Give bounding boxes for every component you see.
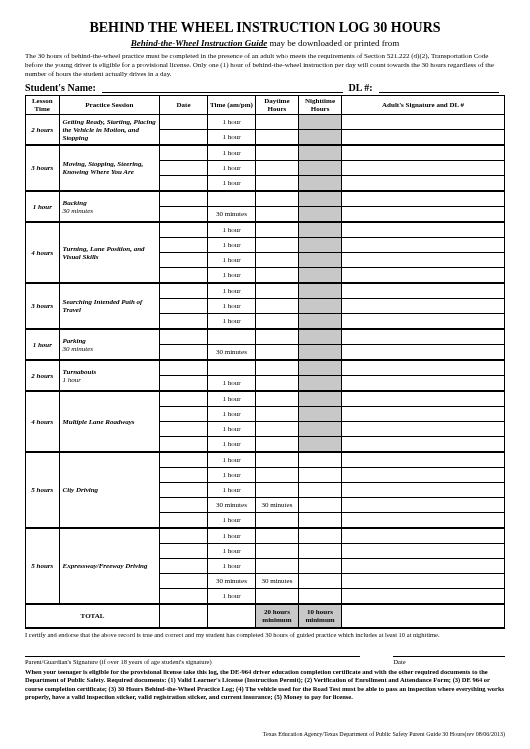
cell-sig[interactable]: [342, 207, 505, 223]
cell-day[interactable]: [255, 299, 298, 314]
cell-date[interactable]: [160, 376, 208, 392]
cell-day[interactable]: [255, 176, 298, 192]
cell-sig[interactable]: [342, 528, 505, 544]
cell-sig[interactable]: [342, 130, 505, 146]
cell-date[interactable]: [160, 483, 208, 498]
cell-day[interactable]: [255, 130, 298, 146]
cell-day[interactable]: [255, 483, 298, 498]
cell-day[interactable]: [255, 559, 298, 574]
dl-field[interactable]: [379, 82, 499, 93]
cell-date[interactable]: [160, 360, 208, 376]
cell-day[interactable]: [255, 207, 298, 223]
cell-day[interactable]: [255, 115, 298, 130]
cell-night[interactable]: [298, 468, 341, 483]
cell-night[interactable]: [298, 589, 341, 605]
cell-day[interactable]: [255, 391, 298, 407]
cell-sig[interactable]: [342, 115, 505, 130]
cell-night[interactable]: [298, 574, 341, 589]
cell-night[interactable]: [298, 559, 341, 574]
cell-sig[interactable]: [342, 268, 505, 284]
cell-sig[interactable]: [342, 559, 505, 574]
cell-date[interactable]: [160, 422, 208, 437]
cell-sig[interactable]: [342, 238, 505, 253]
cell-sig[interactable]: [342, 176, 505, 192]
cell-date[interactable]: [160, 345, 208, 361]
cell-date[interactable]: [160, 391, 208, 407]
cell-sig[interactable]: [342, 329, 505, 345]
cell-date[interactable]: [160, 115, 208, 130]
cell-sig[interactable]: [342, 483, 505, 498]
cell-date[interactable]: [160, 329, 208, 345]
cell-sig[interactable]: [342, 145, 505, 161]
cell-sig[interactable]: [342, 161, 505, 176]
cell-day[interactable]: [255, 468, 298, 483]
cell-time[interactable]: [207, 360, 255, 376]
cell-date[interactable]: [160, 207, 208, 223]
cell-date[interactable]: [160, 299, 208, 314]
cell-date[interactable]: [160, 589, 208, 605]
cell-date[interactable]: [160, 145, 208, 161]
cell-sig[interactable]: [342, 513, 505, 529]
cell-day[interactable]: [255, 161, 298, 176]
cell-sig[interactable]: [342, 498, 505, 513]
cell-date[interactable]: [160, 253, 208, 268]
cell-sig[interactable]: [342, 191, 505, 207]
cell-day[interactable]: [255, 283, 298, 299]
cell-day[interactable]: [255, 437, 298, 453]
cell-day[interactable]: [255, 314, 298, 330]
cell-day[interactable]: [255, 345, 298, 361]
student-name-field[interactable]: [102, 82, 343, 93]
cell-sig[interactable]: [342, 391, 505, 407]
cell-night[interactable]: [298, 452, 341, 468]
cell-sig[interactable]: [342, 407, 505, 422]
cell-date[interactable]: [160, 513, 208, 529]
cell-day[interactable]: [255, 422, 298, 437]
cell-date[interactable]: [160, 238, 208, 253]
cell-date[interactable]: [160, 528, 208, 544]
cell-date[interactable]: [160, 437, 208, 453]
cell-day[interactable]: [255, 268, 298, 284]
cell-date[interactable]: [160, 130, 208, 146]
cell-day[interactable]: [255, 253, 298, 268]
cell-date[interactable]: [160, 574, 208, 589]
cell-sig[interactable]: [342, 544, 505, 559]
cell-day[interactable]: [255, 513, 298, 529]
cell-day[interactable]: [255, 376, 298, 392]
cell-sig[interactable]: [342, 589, 505, 605]
cell-sig[interactable]: [342, 376, 505, 392]
cell-sig[interactable]: [342, 360, 505, 376]
cell-day[interactable]: [255, 329, 298, 345]
cell-sig[interactable]: [342, 422, 505, 437]
cell-time[interactable]: [207, 191, 255, 207]
cell-date[interactable]: [160, 468, 208, 483]
cell-sig[interactable]: [342, 283, 505, 299]
cell-day[interactable]: [255, 145, 298, 161]
cell-day[interactable]: [255, 191, 298, 207]
cell-night[interactable]: [298, 483, 341, 498]
cell-sig[interactable]: [342, 574, 505, 589]
cell-date[interactable]: [160, 161, 208, 176]
cell-sig[interactable]: [342, 468, 505, 483]
cell-sig[interactable]: [342, 452, 505, 468]
cell-sig[interactable]: [342, 437, 505, 453]
cell-day[interactable]: [255, 544, 298, 559]
cell-night[interactable]: [298, 544, 341, 559]
cell-date[interactable]: [160, 407, 208, 422]
cell-sig[interactable]: [342, 253, 505, 268]
cell-date[interactable]: [160, 222, 208, 238]
cell-time[interactable]: [207, 329, 255, 345]
cell-day[interactable]: [255, 452, 298, 468]
cell-day[interactable]: [255, 407, 298, 422]
cell-date[interactable]: [160, 559, 208, 574]
cell-date[interactable]: [160, 452, 208, 468]
cell-date[interactable]: [160, 176, 208, 192]
cell-sig[interactable]: [342, 345, 505, 361]
cell-sig[interactable]: [342, 299, 505, 314]
cell-day[interactable]: [255, 222, 298, 238]
cell-night[interactable]: [298, 528, 341, 544]
cell-day[interactable]: [255, 589, 298, 605]
cell-sig[interactable]: [342, 222, 505, 238]
cell-night[interactable]: [298, 513, 341, 529]
cell-day[interactable]: [255, 528, 298, 544]
cell-night[interactable]: [298, 498, 341, 513]
